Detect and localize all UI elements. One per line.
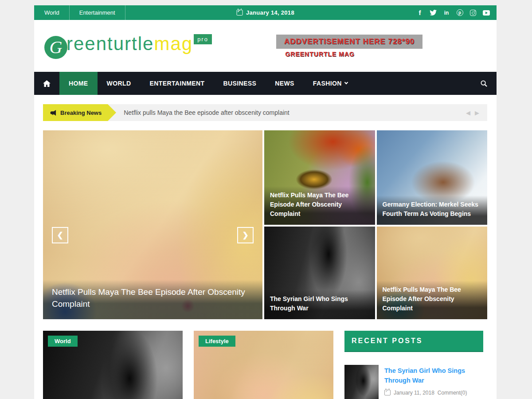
twitter-bird bbox=[430, 10, 437, 16]
main-nav: HOME WORLD ENTERTAINMENT BUSINESS NEWS F… bbox=[34, 72, 497, 95]
home-icon bbox=[43, 80, 51, 87]
logo-text-yellow: mag bbox=[154, 33, 193, 54]
bottom-section: World Lifestyle RECENT POSTS The Syrian … bbox=[43, 331, 487, 399]
nav-item-fashion-label: FASHION bbox=[313, 80, 342, 87]
recent-post-item: The Syrian Girl Who Sings Through War Ja… bbox=[344, 365, 483, 399]
instagram-icon[interactable] bbox=[466, 5, 480, 20]
youtube-icon[interactable] bbox=[480, 5, 493, 20]
recent-post-body: The Syrian Girl Who Sings Through War Ja… bbox=[384, 365, 483, 399]
world-category-card[interactable]: World bbox=[43, 331, 183, 399]
featured-grid: Netflix Pulls Maya The Bee Episode After… bbox=[264, 130, 487, 319]
pinterest-glyph: p bbox=[457, 9, 463, 16]
recent-post-date: January 11, 2018 bbox=[394, 390, 434, 396]
current-date: January 14, 2018 bbox=[236, 9, 294, 16]
nav-item-home[interactable]: HOME bbox=[59, 72, 98, 95]
ad-line-1: ADDVERTISEMENT HERE 728*90 bbox=[284, 37, 415, 46]
nav-item-fashion[interactable]: FASHION bbox=[304, 72, 357, 95]
tile-caption[interactable]: Netflix Pulls Maya The Bee Episode After… bbox=[264, 186, 375, 225]
nav-item-news[interactable]: NEWS bbox=[266, 72, 304, 95]
breaking-news-bar: Breaking News Netflix pulls Maya the Bee… bbox=[43, 104, 487, 121]
recent-posts-title: RECENT POSTS bbox=[344, 331, 483, 352]
logo-g-icon: G bbox=[44, 36, 67, 59]
slider-next-button[interactable]: ❯ bbox=[237, 227, 254, 243]
featured-tile-syrian-girl[interactable]: The Syrian Girl Who Sings Through War bbox=[264, 227, 375, 319]
instagram-glyph bbox=[470, 10, 476, 16]
recent-post-meta: January 11, 2018 Comment(0) bbox=[384, 390, 483, 396]
calendar-icon bbox=[236, 10, 243, 16]
logo-pro-badge: pro bbox=[194, 34, 212, 44]
youtube-glyph bbox=[483, 10, 490, 16]
topbar-link-world[interactable]: World bbox=[34, 5, 70, 20]
chevron-down-icon bbox=[344, 81, 348, 84]
slider-caption[interactable]: Netflix Pulls Maya The Bee Episode After… bbox=[43, 280, 262, 319]
site-header: G reenturtlemag pro ADDVERTISEMENT HERE … bbox=[34, 20, 497, 72]
slider-prev-button[interactable]: ❮ bbox=[52, 227, 68, 243]
topbar-link-entertainment[interactable]: Entertainment bbox=[70, 5, 125, 20]
social-links: f in p bbox=[413, 5, 497, 20]
breaking-arrows: ◀ ▶ bbox=[466, 110, 487, 116]
recent-posts-widget: RECENT POSTS The Syrian Girl Who Sings T… bbox=[344, 331, 483, 399]
lifestyle-category-card[interactable]: Lifestyle bbox=[194, 331, 333, 399]
site-logo[interactable]: G reenturtlemag pro bbox=[44, 33, 212, 59]
linkedin-glyph: in bbox=[444, 10, 449, 16]
search-button[interactable] bbox=[471, 72, 497, 95]
nav-item-business[interactable]: BUSINESS bbox=[214, 72, 266, 95]
breaking-headline[interactable]: Netflix pulls Maya the Bee episode after… bbox=[124, 109, 289, 116]
nav-home-icon[interactable] bbox=[34, 72, 59, 95]
ad-text-box: ADDVERTISEMENT HERE 728*90 bbox=[276, 35, 422, 49]
top-bar: World Entertainment January 14, 2018 f i… bbox=[34, 5, 497, 20]
logo-text: reenturtlemag bbox=[66, 33, 193, 55]
facebook-glyph: f bbox=[419, 9, 421, 16]
nav-item-entertainment[interactable]: ENTERTAINMENT bbox=[141, 72, 214, 95]
date-text: January 14, 2018 bbox=[246, 9, 294, 16]
recent-post-comments[interactable]: Comment(0) bbox=[438, 390, 467, 396]
breaking-news-label[interactable]: Breaking News bbox=[43, 104, 108, 121]
facebook-icon[interactable]: f bbox=[413, 5, 426, 20]
tile-caption[interactable]: The Syrian Girl Who Sings Through War bbox=[264, 290, 375, 319]
page: World Entertainment January 14, 2018 f i… bbox=[34, 5, 497, 399]
search-icon bbox=[481, 80, 487, 87]
linkedin-icon[interactable]: in bbox=[440, 5, 453, 20]
logo-text-green: reenturtle bbox=[66, 33, 154, 54]
ad-line-2: GREENTURTLE MAG bbox=[212, 51, 428, 58]
featured-tile-netflix[interactable]: Netflix Pulls Maya The Bee Episode After… bbox=[377, 227, 488, 319]
pinterest-icon[interactable]: p bbox=[453, 5, 466, 20]
breaking-next-arrow[interactable]: ▶ bbox=[475, 110, 479, 116]
breaking-prev-arrow[interactable]: ◀ bbox=[466, 110, 470, 116]
megaphone-icon bbox=[50, 110, 57, 116]
featured-slider[interactable]: ❮ ❯ Netflix Pulls Maya The Bee Episode A… bbox=[43, 130, 262, 319]
advertisement-banner[interactable]: ADDVERTISEMENT HERE 728*90 GREENTURTLE M… bbox=[212, 29, 485, 63]
site-body: G reenturtlemag pro ADDVERTISEMENT HERE … bbox=[34, 20, 497, 399]
nav-item-world[interactable]: WORLD bbox=[98, 72, 141, 95]
topbar-menu: World Entertainment bbox=[34, 5, 125, 20]
twitter-icon[interactable] bbox=[426, 5, 440, 20]
featured-tile-germany[interactable]: Germany Election: Merkel Seeks Fourth Te… bbox=[377, 130, 488, 225]
breaking-label-text: Breaking News bbox=[60, 110, 102, 116]
featured-section: ❮ ❯ Netflix Pulls Maya The Bee Episode A… bbox=[43, 130, 487, 319]
tile-caption[interactable]: Netflix Pulls Maya The Bee Episode After… bbox=[377, 281, 488, 319]
lifestyle-category-badge[interactable]: Lifestyle bbox=[199, 336, 235, 347]
calendar-icon bbox=[384, 390, 391, 395]
tile-caption[interactable]: Germany Election: Merkel Seeks Fourth Te… bbox=[377, 196, 488, 225]
content-area: Breaking News Netflix pulls Maya the Bee… bbox=[34, 95, 497, 399]
recent-post-thumbnail[interactable] bbox=[344, 365, 379, 399]
recent-post-link[interactable]: The Syrian Girl Who Sings Through War bbox=[384, 366, 483, 386]
world-category-badge[interactable]: World bbox=[48, 336, 78, 347]
featured-tile-bee[interactable]: Netflix Pulls Maya The Bee Episode After… bbox=[264, 130, 375, 225]
